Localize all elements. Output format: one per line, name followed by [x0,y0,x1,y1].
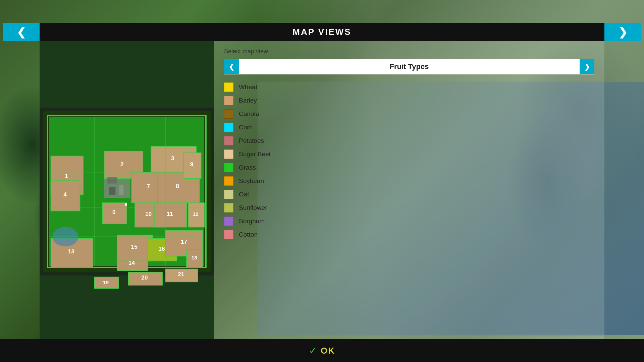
fruit-color-swatch [224,123,233,132]
fruit-name: Corn [239,124,253,131]
next-arrow-icon: ❯ [619,26,628,39]
fruit-item: Grass [224,162,594,174]
fruit-color-swatch [224,136,233,145]
view-title: Fruit Types [239,59,580,74]
fruit-color-swatch [224,203,233,213]
fruit-name: Cotton [239,231,258,238]
fruit-item: Sorghum [224,215,594,227]
view-selector: ❮ Fruit Types ❯ [224,59,594,74]
svg-text:10: 10 [145,210,152,217]
fruit-item: Oat [224,188,594,200]
fruit-color-swatch [224,82,233,92]
fruit-item: Potatoes [224,135,594,147]
fruit-item: Wheat [224,81,594,93]
view-prev-button[interactable]: ❮ [224,59,239,74]
prev-arrow-icon: ❮ [17,26,26,39]
svg-text:15: 15 [131,243,138,250]
prev-nav-button[interactable]: ❮ [3,23,40,41]
fruit-color-swatch [224,190,233,199]
map-svg: 1 2 3 4 5 6 7 8 9 10 11 12 13 14 15 16 1… [40,41,214,342]
fruit-color-swatch [224,176,233,186]
view-prev-icon: ❮ [229,63,234,71]
ok-check-icon: ✓ [309,345,317,356]
svg-text:12: 12 [193,211,199,217]
svg-text:20: 20 [141,274,148,281]
fruit-name: Soybean [239,177,264,185]
fruit-item: Canola [224,108,594,120]
svg-text:3: 3 [171,155,174,162]
fruit-name: Barley [239,97,257,104]
fruit-color-swatch [224,163,233,172]
fruit-name: Sorghum [239,218,265,225]
fruit-name: Canola [239,110,259,118]
view-next-icon: ❯ [584,63,590,71]
svg-rect-55 [119,185,123,195]
svg-text:4: 4 [63,191,67,198]
fruit-color-swatch [224,149,233,159]
fruit-name: Wheat [239,83,257,91]
svg-text:14: 14 [128,259,135,266]
fruit-item: Sugar Beet [224,148,594,160]
svg-text:6: 6 [125,202,127,207]
svg-text:8: 8 [176,183,179,189]
svg-text:18: 18 [192,255,198,260]
svg-text:7: 7 [147,183,150,189]
svg-text:9: 9 [190,161,194,168]
fruit-name: Sugar Beet [239,150,271,158]
fruit-color-swatch [224,230,233,239]
view-next-button[interactable]: ❯ [580,59,594,74]
svg-text:13: 13 [68,248,75,255]
right-panel: Select map view ❮ Fruit Types ❯ WheatBar… [214,41,604,342]
fruit-color-swatch [224,109,233,119]
next-nav-button[interactable]: ❯ [604,23,641,41]
svg-text:17: 17 [181,239,187,245]
svg-rect-54 [109,187,115,195]
fruit-color-swatch [224,96,233,105]
svg-text:5: 5 [112,209,116,216]
svg-text:16: 16 [158,245,165,252]
page-title: MAP VIEWS [292,27,351,37]
map-area: 1 2 3 4 5 6 7 8 9 10 11 12 13 14 15 16 1… [40,41,214,342]
svg-text:1: 1 [65,173,68,179]
svg-text:2: 2 [120,161,124,168]
fruit-item: Barley [224,95,594,107]
fruit-item: Cotton [224,229,594,241]
fruit-item: Soybean [224,175,594,187]
svg-text:21: 21 [178,271,184,278]
svg-rect-53 [107,177,117,183]
fruit-color-swatch [224,217,233,226]
fruit-name: Sunflower [239,204,267,212]
fruit-item: Corn [224,121,594,133]
fruit-name: Potatoes [239,137,264,144]
svg-text:11: 11 [166,210,173,217]
select-label: Select map view [224,48,594,55]
fruit-name: Oat [239,191,249,198]
fruit-type-list: WheatBarleyCanolaCornPotatoesSugar BeetG… [224,81,594,241]
header-bar: ❮ MAP VIEWS ❯ [40,23,604,41]
content-area: 1 2 3 4 5 6 7 8 9 10 11 12 13 14 15 16 1… [40,41,604,342]
fruit-name: Grass [239,164,256,171]
ok-label: OK [321,346,335,356]
ok-button[interactable]: ✓ OK [0,339,644,362]
svg-text:19: 19 [103,280,109,285]
fruit-item: Sunflower [224,202,594,214]
